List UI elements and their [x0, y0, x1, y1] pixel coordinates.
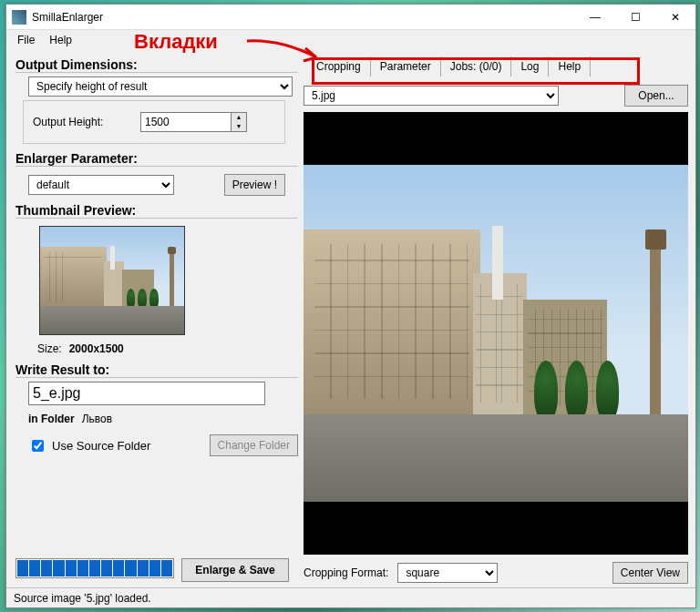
size-value: 2000x1500: [69, 342, 124, 355]
file-select[interactable]: 5.jpg: [304, 86, 559, 106]
size-label: Size:: [37, 342, 62, 355]
output-height-group: Output Height: ▲▼: [23, 100, 285, 144]
status-bar: Source image '5.jpg' loaded.: [6, 587, 695, 607]
use-source-folder-checkbox[interactable]: [32, 440, 44, 452]
close-button[interactable]: ✕: [655, 5, 695, 30]
titlebar: SmillaEnlarger — ☐ ✕: [6, 5, 695, 30]
in-folder-label: in Folder: [28, 413, 75, 425]
output-height-stepper[interactable]: ▲▼: [140, 112, 247, 132]
output-height-input[interactable]: [140, 112, 232, 132]
spin-down-icon[interactable]: ▼: [232, 122, 246, 131]
progress-bar: [15, 558, 174, 578]
maximize-button[interactable]: ☐: [615, 5, 655, 30]
enlarger-parameter-heading: Enlarger Parameter:: [15, 151, 298, 167]
window-title: SmillaEnlarger: [32, 11, 575, 24]
output-filename-input[interactable]: [28, 382, 265, 405]
center-view-button[interactable]: Center View: [612, 562, 688, 584]
tab-log[interactable]: Log: [511, 56, 549, 76]
menu-help[interactable]: Help: [42, 34, 79, 46]
preview-area[interactable]: [304, 112, 688, 555]
tab-parameter[interactable]: Parameter: [371, 56, 441, 76]
left-panel: Output Dimensions: Specify height of res…: [15, 54, 298, 587]
dimension-mode-select[interactable]: Specify height of result: [28, 76, 293, 97]
cropping-format-label: Cropping Format:: [304, 566, 388, 579]
tab-help[interactable]: Help: [549, 56, 591, 76]
enlarge-save-button[interactable]: Enlarge & Save: [181, 558, 289, 582]
tab-bar: Cropping Parameter Jobs: (0/0) Log Help: [304, 54, 688, 79]
output-height-label: Output Height:: [33, 116, 133, 128]
menubar: File Help: [6, 30, 695, 50]
minimize-button[interactable]: —: [575, 5, 615, 30]
open-button[interactable]: Open...: [624, 85, 688, 107]
menu-file[interactable]: File: [10, 34, 42, 46]
use-source-folder-label: Use Source Folder: [52, 439, 150, 453]
change-folder-button: Change Folder: [210, 434, 298, 456]
parameter-preset-select[interactable]: default: [28, 175, 174, 195]
folder-name: Львов: [82, 413, 112, 425]
thumbnail-preview-heading: Thumbnail Preview:: [15, 203, 298, 219]
preview-button[interactable]: Preview !: [224, 174, 285, 196]
app-window: SmillaEnlarger — ☐ ✕ File Help Output Di…: [5, 4, 696, 608]
right-panel: Cropping Parameter Jobs: (0/0) Log Help …: [304, 54, 688, 587]
tab-cropping[interactable]: Cropping: [307, 56, 371, 76]
write-result-heading: Write Result to:: [15, 362, 298, 378]
output-dimensions-heading: Output Dimensions:: [15, 57, 298, 73]
cropping-format-select[interactable]: square: [397, 563, 498, 583]
spin-up-icon[interactable]: ▲: [232, 113, 246, 122]
thumbnail-image: [39, 226, 185, 335]
app-icon: [12, 10, 26, 25]
tab-jobs[interactable]: Jobs: (0/0): [441, 56, 512, 76]
status-text: Source image '5.jpg' loaded.: [14, 592, 151, 605]
